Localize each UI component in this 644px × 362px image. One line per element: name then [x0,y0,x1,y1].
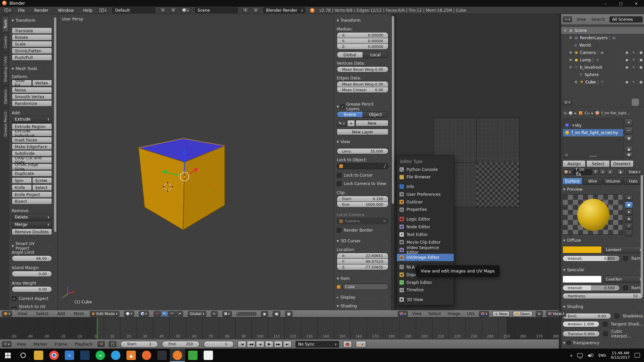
view3d-menu[interactable]: Add [56,311,66,316]
snap-element-select[interactable] [222,311,232,317]
transparency-checkbox[interactable] [567,341,571,345]
toolshelf-button[interactable]: Shrink/Fatten [12,48,52,54]
uv-editor-type-button[interactable] [398,311,408,317]
remove-doubles-button[interactable]: Remove Doubles [12,229,52,235]
new-layer-button[interactable]: New Layer [337,129,388,135]
jump-to-end-button[interactable]: ▶| [283,341,291,348]
edge-bevel-weight-field[interactable]: Mean Bevel Weig:0.00 [337,81,388,87]
next-keyframe-button[interactable]: ▶▶ [274,341,282,348]
view3d-editor-type-button[interactable] [2,311,12,317]
new-material-button[interactable]: + [599,169,606,175]
emit-field[interactable]: Emit:0.00 [562,313,611,319]
specular-panel-header[interactable]: Specular [563,267,642,272]
play-button[interactable]: ▶ [265,341,273,348]
transparency-panel-header[interactable]: Transparency [563,341,642,345]
preview-panel-header[interactable]: Preview [563,187,642,192]
add-slot-ghost-icon[interactable]: ⊕ [565,153,568,157]
screen-layout-select[interactable]: Default [112,7,155,13]
cubic-interpolation-checkbox[interactable] [603,331,608,336]
delete-dropdown[interactable]: Delete [12,214,52,221]
render-engine-select[interactable]: Blender Render [263,7,305,13]
object-tab-icon[interactable] [603,99,609,105]
3d-cursor-panel-header[interactable]: 3D Cursor [337,239,388,243]
proportional-edit-button[interactable]: ◉ [261,311,268,317]
clock[interactable]: 11:48 AM 6/15/2017 [611,351,630,360]
diffuse-color-swatch[interactable] [562,246,602,253]
language-indicator[interactable]: ENG [598,353,606,358]
deselect-button[interactable]: Deselect [610,160,634,167]
current-frame-field[interactable]: 1 [204,341,234,348]
timeline-editor-type-button[interactable]: ⊙ [2,341,11,347]
slot-specials-button[interactable]: ▼ [625,135,633,142]
screen-layout-icon-button[interactable] [98,7,108,13]
material-slot-flat-light[interactable]: f_im flat_light_scratchy [563,129,623,136]
taskbar-app-epic-games[interactable] [154,349,170,362]
local-button[interactable]: Local [363,52,389,58]
translucency-field[interactable]: Transluc:0.000 [562,331,600,337]
timeline-body[interactable]: -50-40-30-20-100102030405060708090100110… [0,317,559,339]
material-type-tab[interactable]: Volume [603,178,623,185]
infobar-menu[interactable]: Help [82,8,93,13]
volume-icon[interactable]: ◀)) [587,353,594,358]
median-y-field[interactable]: Y:0.00000 [337,38,388,44]
sync-mode-select[interactable]: No Sync [296,341,339,348]
specular-intensity-slider[interactable]: Intensit:0.500 [562,285,620,291]
selectable-toggle-icon[interactable]: ↖ [630,80,637,84]
local-camera-field[interactable]: Camera× [337,218,388,224]
scale-manipulator-button[interactable]: ↗ [176,311,183,317]
pin-icon[interactable]: ⊙ [564,111,567,115]
toolshelf-button[interactable]: Bisect [12,198,52,204]
add-material-slot-button[interactable]: + [625,119,633,126]
data-link-select[interactable]: Data [627,169,642,175]
uv-menu[interactable]: Select [427,311,442,316]
select-button[interactable]: Select [586,160,609,167]
screw-button[interactable]: Screw [32,177,52,184]
outliner-row-lamp[interactable]: ● Lamp | ☼ ◉↖▣ [561,56,644,63]
outliner-row-cube[interactable]: ▼ Cube | ▽ ◉↖▣ [561,78,644,85]
specular-ramp-checkbox[interactable] [623,286,628,290]
selectable-toggle-icon[interactable]: ↖ [630,51,637,54]
minimize-button[interactable]: – [598,0,613,7]
view3d-menu[interactable]: Select [35,311,49,316]
fake-user-button[interactable]: F [593,169,599,175]
menu-item-user-preferences[interactable]: ≡ User Preferences [397,190,454,198]
lock-range-button[interactable]: ▢ [109,341,116,347]
mean-bevel-weight-field[interactable]: Mean Bevel Weig:0.00 [337,66,388,72]
breadcrumb-material[interactable]: f_im flat_light... [601,111,630,115]
editor-type-button-info[interactable]: i [3,7,12,13]
preview-sphere-button[interactable]: ● [625,201,633,208]
assign-button[interactable]: Assign [562,160,586,167]
render-toggle-icon[interactable]: ▣ [637,80,644,84]
outliner-search-menu[interactable]: Search [590,17,606,22]
collapse-icon[interactable] [569,65,573,69]
menu-item-outliner[interactable]: ≡ Outliner [397,198,454,206]
menu-item-timeline[interactable]: ⊙ Timeline [397,286,454,294]
toolshelf-button[interactable]: Rotate [12,34,52,41]
pivot-select[interactable] [139,311,149,317]
shadeless-checkbox[interactable] [614,314,619,318]
gp-new-button[interactable]: New [356,120,388,126]
outliner-row-world[interactable]: ◍ World [561,42,644,49]
material-tab-icon[interactable] [632,99,638,105]
keying-set-button[interactable]: ◆ [356,341,366,348]
cursor-z-field[interactable]: Z:-77.50835 [337,264,388,270]
menu-item-node-editor[interactable]: ◉ Node Editor [397,223,454,231]
taskbar-app-calculator[interactable]: = [62,349,77,362]
transform-panel-header[interactable]: Transform [337,18,388,23]
properties-scrollbar[interactable] [641,175,643,296]
orientation-select[interactable]: Global [188,311,206,317]
menu-item-uv-image-editor[interactable]: ▧ UV/Image Editor [397,254,454,261]
angle-limit-field[interactable]: 66.00 [12,255,52,261]
clip-end-field[interactable]: End:1000.000 [337,201,388,207]
lock-camera-checkbox[interactable] [337,181,341,186]
infobar-menu[interactable]: File [17,8,26,13]
mesh-tools-panel-header[interactable]: Mesh Tools [12,66,52,71]
modifiers-tab-icon[interactable] [618,99,624,105]
grease-pencil-panel-header[interactable]: Grease Pencil Layers [337,102,388,111]
correct-aspect-checkbox[interactable] [12,296,16,301]
material-type-tab[interactable]: Wire [583,178,603,185]
merge-dropdown[interactable]: Merge [12,221,52,228]
outliner-editor-type-button[interactable]: ≡ [563,16,572,22]
data-tab-icon[interactable] [625,99,631,105]
vertex-slide-button[interactable]: Vertex [32,80,52,86]
